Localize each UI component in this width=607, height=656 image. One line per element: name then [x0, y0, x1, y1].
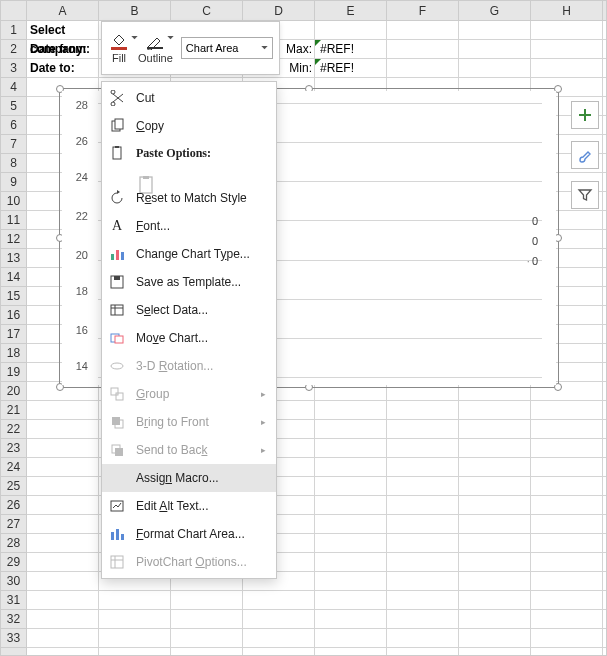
row-header-21[interactable]: 21 [1, 401, 26, 420]
menu-copy[interactable]: CCopyopy [102, 112, 276, 140]
legend-item[interactable]: 0 [532, 235, 538, 247]
menu-label: Group [136, 387, 251, 401]
row-header-9[interactable]: 9 [1, 173, 26, 192]
menu-move-chart[interactable]: Move Chart... Move Chart... [102, 324, 276, 352]
menu-font[interactable]: A Font... Font... [102, 212, 276, 240]
fill-label: Fill [112, 52, 126, 64]
row-header-8[interactable]: 8 [1, 154, 26, 173]
svg-rect-18 [116, 393, 123, 400]
menu-select-data[interactable]: Select Data... Select Data... [102, 296, 276, 324]
svg-rect-13 [111, 305, 123, 315]
col-header-b[interactable]: B [99, 1, 171, 20]
menu-label: Change Chart Type... [136, 247, 266, 261]
row-header-29[interactable]: 29 [1, 553, 26, 572]
menu-cut[interactable]: Cut [102, 84, 276, 112]
svg-rect-7 [143, 176, 149, 179]
row-header-19[interactable]: 19 [1, 363, 26, 382]
font-icon: A [108, 217, 126, 235]
alt-text-icon [108, 497, 126, 515]
col-header-h[interactable]: H [531, 1, 603, 20]
chart-elements-button[interactable] [571, 101, 599, 129]
row-header-10[interactable]: 10 [1, 192, 26, 211]
row-header-25[interactable]: 25 [1, 477, 26, 496]
cell-e2[interactable]: #REF! [315, 40, 387, 59]
menu-label: 3-D Rotation... [136, 359, 266, 373]
svg-rect-25 [116, 529, 119, 540]
menu-3d-rotation: 3-D Rotation... 3-D Rotation... [102, 352, 276, 380]
col-header-f[interactable]: F [387, 1, 459, 20]
menu-edit-alt-text[interactable]: Edit Alt Text... Edit Alt Text... [102, 492, 276, 520]
svg-rect-9 [116, 250, 119, 260]
chevron-down-icon [167, 36, 174, 40]
row-header-28[interactable]: 28 [1, 534, 26, 553]
col-header-g[interactable]: G [459, 1, 531, 20]
col-header-a[interactable]: A [27, 1, 99, 20]
row-header-32[interactable]: 32 [1, 610, 26, 629]
pivot-icon [108, 553, 126, 571]
chart-element-selector[interactable]: Chart Area [181, 37, 273, 59]
row-header-30[interactable]: 30 [1, 572, 26, 591]
copy-icon [108, 117, 126, 135]
menu-save-template[interactable]: Save as Template... Save as Template... [102, 268, 276, 296]
outline-button[interactable]: Outline [138, 32, 173, 64]
fill-button[interactable]: Fill [108, 32, 130, 64]
column-headers: A B C D E F G H [1, 1, 606, 21]
cell-e3[interactable]: #REF! [315, 59, 387, 78]
col-header-d[interactable]: D [243, 1, 315, 20]
menu-label: Font... [136, 219, 266, 233]
menu-label: Move Chart... [136, 331, 266, 345]
row-header-13[interactable]: 13 [1, 249, 26, 268]
y-axis[interactable]: 28 26 24 22 20 18 16 14 [68, 99, 92, 377]
svg-rect-4 [113, 147, 121, 159]
row-header-5[interactable]: 5 [1, 97, 26, 116]
row-header-16[interactable]: 16 [1, 306, 26, 325]
row-header-26[interactable]: 26 [1, 496, 26, 515]
row-header-14[interactable]: 14 [1, 268, 26, 287]
svg-rect-0 [111, 47, 127, 50]
y-tick-label: 26 [64, 135, 88, 147]
row-header-31[interactable]: 31 [1, 591, 26, 610]
svg-rect-12 [114, 276, 120, 280]
svg-rect-1 [147, 47, 163, 49]
row-header-7[interactable]: 7 [1, 135, 26, 154]
error-indicator-icon [315, 59, 321, 65]
menu-format-chart-area[interactable]: Format Chart Area... Format Chart Area..… [102, 520, 276, 548]
cell-a1[interactable]: Select company: [27, 21, 99, 40]
select-all-corner[interactable] [1, 1, 27, 20]
menu-group: Group ▸ Group [102, 380, 276, 408]
row-header-1[interactable]: 1 [1, 21, 26, 40]
row-header-23[interactable]: 23 [1, 439, 26, 458]
chart-filters-button[interactable] [571, 181, 599, 209]
row-header-22[interactable]: 22 [1, 420, 26, 439]
legend-item[interactable]: ·0 [527, 255, 538, 267]
y-tick-label: 16 [64, 324, 88, 336]
svg-rect-26 [121, 534, 124, 540]
format-icon [108, 525, 126, 543]
svg-rect-3 [115, 119, 123, 129]
row-header-3[interactable]: 3 [1, 59, 26, 78]
row-header-24[interactable]: 24 [1, 458, 26, 477]
row-header-4[interactable]: 4 [1, 78, 26, 97]
row-header-17[interactable]: 17 [1, 325, 26, 344]
row-header-18[interactable]: 18 [1, 344, 26, 363]
row-header-27[interactable]: 27 [1, 515, 26, 534]
submenu-arrow-icon: ▸ [261, 445, 266, 455]
cell-a3[interactable]: Date to: [27, 59, 99, 78]
row-header-33[interactable]: 33 [1, 629, 26, 648]
menu-paste-options: Paste Options: [102, 140, 276, 184]
menu-reset-style[interactable]: Reset to Match Style Reset to Match Styl… [102, 184, 276, 212]
row-header-15[interactable]: 15 [1, 287, 26, 306]
cell-a2[interactable]: Date from: [27, 40, 99, 59]
row-header-6[interactable]: 6 [1, 116, 26, 135]
menu-assign-macro[interactable]: Assign Macro... Assign Macro... [102, 464, 276, 492]
menu-change-chart-type[interactable]: Change Chart Type... Change Chart Type..… [102, 240, 276, 268]
legend-item[interactable]: 0 [532, 215, 538, 227]
row-header-11[interactable]: 11 [1, 211, 26, 230]
col-header-c[interactable]: C [171, 1, 243, 20]
col-header-e[interactable]: E [315, 1, 387, 20]
clipboard-icon [108, 144, 126, 162]
row-header-20[interactable]: 20 [1, 382, 26, 401]
row-header-12[interactable]: 12 [1, 230, 26, 249]
row-header-2[interactable]: 2 [1, 40, 26, 59]
chart-styles-button[interactable] [571, 141, 599, 169]
